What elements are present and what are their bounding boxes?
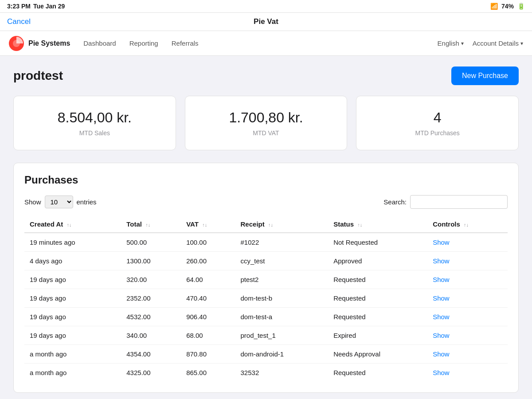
show-link[interactable]: Show bbox=[433, 276, 450, 283]
cell-status: Requested bbox=[328, 308, 427, 326]
cell-created-at: 19 days ago bbox=[24, 308, 121, 326]
cell-total: 1300.00 bbox=[121, 252, 181, 270]
show-link[interactable]: Show bbox=[433, 332, 450, 339]
show-link[interactable]: Show bbox=[433, 239, 450, 246]
cell-total: 500.00 bbox=[121, 233, 181, 252]
cell-receipt: dom-test-a bbox=[235, 308, 329, 326]
cell-receipt: #1022 bbox=[235, 233, 329, 252]
cell-receipt: prod_test_1 bbox=[235, 326, 329, 345]
cell-total: 4325.00 bbox=[121, 364, 181, 382]
table-header: Created At ↑↓ Total ↑↓ VAT ↑↓ Receipt ↑↓… bbox=[24, 216, 508, 233]
cell-status: Not Requested bbox=[328, 233, 427, 252]
new-purchase-button[interactable]: New Purchase bbox=[451, 66, 519, 85]
cell-created-at: 19 minutes ago bbox=[24, 233, 121, 252]
sort-icon-receipt: ↑↓ bbox=[268, 222, 273, 227]
stats-row: 8.504,00 kr. MTD Sales 1.700,80 kr. MTD … bbox=[13, 96, 519, 150]
nav-brand: Pie Systems bbox=[9, 36, 70, 51]
language-dropdown[interactable]: English bbox=[438, 39, 464, 47]
col-receipt[interactable]: Receipt ↑↓ bbox=[235, 216, 329, 233]
cell-receipt: dom-android-1 bbox=[235, 345, 329, 364]
table-row: 19 days ago 340.00 68.00 prod_test_1 Exp… bbox=[24, 326, 508, 345]
mtd-sales-label: MTD Sales bbox=[24, 129, 165, 137]
main-content: prodtest New Purchase 8.504,00 kr. MTD S… bbox=[0, 56, 532, 399]
col-total[interactable]: Total ↑↓ bbox=[121, 216, 181, 233]
cell-vat: 865.00 bbox=[181, 364, 235, 382]
search-label: Search: bbox=[383, 198, 407, 206]
cell-controls: Show bbox=[427, 270, 508, 289]
page-title: Pie Vat bbox=[254, 17, 278, 26]
cell-vat: 100.00 bbox=[181, 233, 235, 252]
cell-controls: Show bbox=[427, 345, 508, 364]
mtd-vat-label: MTD VAT bbox=[196, 129, 336, 137]
entries-label: entries bbox=[77, 198, 97, 206]
search-box: Search: bbox=[383, 195, 508, 209]
show-link[interactable]: Show bbox=[433, 257, 450, 265]
mtd-purchases-label: MTD Purchases bbox=[367, 129, 508, 137]
purchases-title: Purchases bbox=[24, 174, 508, 186]
cell-receipt: dom-test-b bbox=[235, 289, 329, 308]
sort-icon-created: ↑↓ bbox=[66, 222, 71, 227]
table-row: a month ago 4325.00 865.00 32532 Request… bbox=[24, 364, 508, 382]
cell-controls: Show bbox=[427, 289, 508, 308]
status-bar-left: 3:23 PM Tue Jan 29 bbox=[7, 3, 65, 10]
cell-status: Requested bbox=[328, 270, 427, 289]
nav-link-dashboard[interactable]: Dashboard bbox=[83, 38, 116, 49]
show-link[interactable]: Show bbox=[433, 369, 450, 376]
cell-status: Approved bbox=[328, 252, 427, 270]
svg-point-1 bbox=[13, 40, 20, 47]
purchases-section: Purchases Show 10 25 50 100 entries Sear… bbox=[13, 163, 519, 393]
table-row: 19 days ago 2352.00 470.40 dom-test-b Re… bbox=[24, 289, 508, 308]
show-link[interactable]: Show bbox=[433, 294, 450, 302]
nav-link-reporting[interactable]: Reporting bbox=[129, 38, 158, 49]
mtd-purchases-value: 4 bbox=[367, 110, 508, 126]
cell-total: 4354.00 bbox=[121, 345, 181, 364]
col-vat[interactable]: VAT ↑↓ bbox=[181, 216, 235, 233]
entries-select[interactable]: 10 25 50 100 bbox=[45, 196, 73, 208]
table-row: 19 days ago 320.00 64.00 ptest2 Requeste… bbox=[24, 270, 508, 289]
sort-icon-status: ↑↓ bbox=[357, 222, 362, 227]
cell-status: Needs Approval bbox=[328, 345, 427, 364]
cell-controls: Show bbox=[427, 233, 508, 252]
table-body: 19 minutes ago 500.00 100.00 #1022 Not R… bbox=[24, 233, 508, 382]
account-details-dropdown[interactable]: Account Details bbox=[473, 39, 523, 47]
cell-total: 4532.00 bbox=[121, 308, 181, 326]
stat-card-sales: 8.504,00 kr. MTD Sales bbox=[13, 96, 176, 150]
status-bar: 3:23 PM Tue Jan 29 📶 74% 🔋 bbox=[0, 0, 532, 13]
cell-receipt: 32532 bbox=[235, 364, 329, 382]
cell-vat: 64.00 bbox=[181, 270, 235, 289]
show-entries: Show 10 25 50 100 entries bbox=[24, 196, 97, 208]
cell-vat: 260.00 bbox=[181, 252, 235, 270]
sort-icon-total: ↑↓ bbox=[145, 222, 150, 227]
battery-icon: 🔋 bbox=[517, 3, 525, 10]
battery-indicator: 74% bbox=[501, 3, 514, 10]
cell-total: 2352.00 bbox=[121, 289, 181, 308]
col-created-at[interactable]: Created At ↑↓ bbox=[24, 216, 121, 233]
col-controls[interactable]: Controls ↑↓ bbox=[427, 216, 508, 233]
table-row: a month ago 4354.00 870.80 dom-android-1… bbox=[24, 345, 508, 364]
cancel-button[interactable]: Cancel bbox=[7, 17, 31, 26]
stat-card-vat: 1.700,80 kr. MTD VAT bbox=[185, 96, 348, 150]
cell-vat: 68.00 bbox=[181, 326, 235, 345]
wifi-icon: 📶 bbox=[490, 3, 498, 10]
show-link[interactable]: Show bbox=[433, 350, 450, 358]
table-row: 19 minutes ago 500.00 100.00 #1022 Not R… bbox=[24, 233, 508, 252]
cell-status: Requested bbox=[328, 364, 427, 382]
cell-vat: 870.80 bbox=[181, 345, 235, 364]
col-status[interactable]: Status ↑↓ bbox=[328, 216, 427, 233]
nav-link-referrals[interactable]: Referrals bbox=[172, 38, 199, 49]
stat-card-purchases: 4 MTD Purchases bbox=[356, 96, 519, 150]
cell-status: Requested bbox=[328, 289, 427, 308]
cell-controls: Show bbox=[427, 364, 508, 382]
time: 3:23 PM bbox=[7, 3, 31, 10]
cell-created-at: a month ago bbox=[24, 345, 121, 364]
search-input[interactable] bbox=[410, 195, 508, 209]
cell-controls: Show bbox=[427, 252, 508, 270]
cell-status: Expired bbox=[328, 326, 427, 345]
header-row: Created At ↑↓ Total ↑↓ VAT ↑↓ Receipt ↑↓… bbox=[24, 216, 508, 233]
cell-vat: 470.40 bbox=[181, 289, 235, 308]
table-row: 4 days ago 1300.00 260.00 ccy_test Appro… bbox=[24, 252, 508, 270]
show-link[interactable]: Show bbox=[433, 313, 450, 321]
page-header: prodtest New Purchase bbox=[13, 66, 519, 85]
cell-created-at: 19 days ago bbox=[24, 326, 121, 345]
cell-created-at: 19 days ago bbox=[24, 289, 121, 308]
